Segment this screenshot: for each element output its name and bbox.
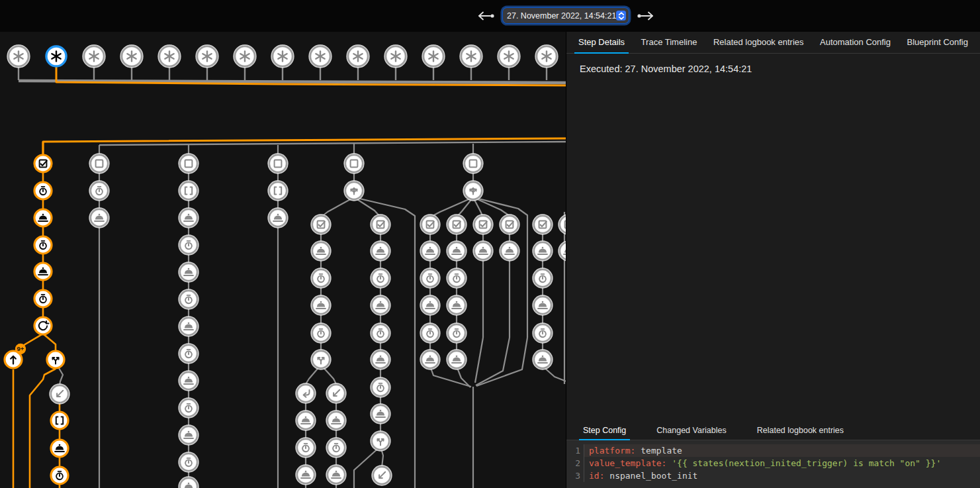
graph-node-service-bell[interactable]	[311, 241, 331, 261]
tab-trace-timeline[interactable]: Trace Timeline	[637, 32, 701, 54]
graph-node-service-bell[interactable]	[34, 263, 52, 280]
graph-node-asterisk[interactable]	[234, 45, 256, 68]
graph-node-asterisk[interactable]	[83, 45, 105, 68]
graph-node-checkbox-blank[interactable]	[89, 154, 109, 173]
graph-node-timer[interactable]	[51, 467, 68, 484]
graph-node-checkbox-marked[interactable]	[473, 215, 493, 234]
graph-node-timer[interactable]	[420, 323, 440, 343]
graph-node-service-bell[interactable]	[533, 295, 553, 315]
graph-node-service-bell[interactable]	[420, 241, 440, 261]
graph-node-checkbox-blank[interactable]	[344, 154, 364, 173]
tab-step-details[interactable]: Step Details	[574, 32, 629, 54]
graph-node-timer[interactable]	[326, 438, 346, 458]
graph-node-timer[interactable]	[179, 344, 199, 364]
graph-node-service-bell[interactable]	[533, 241, 553, 261]
graph-node-service-bell[interactable]	[326, 465, 346, 485]
tab-automation-config[interactable]: Automation Config	[816, 32, 895, 54]
graph-node-service-bell[interactable]	[311, 295, 331, 315]
graph-node-service-bell[interactable]	[296, 465, 316, 485]
graph-node-service-bell[interactable]	[558, 241, 566, 261]
graph-node-timer[interactable]	[533, 323, 553, 343]
graph-node-timer[interactable]	[34, 290, 52, 307]
graph-node-timer[interactable]	[296, 438, 316, 458]
graph-node-service-bell[interactable]	[420, 295, 440, 315]
graph-node-service-bell[interactable]	[371, 350, 390, 369]
graph-node-checkbox-blank[interactable]	[463, 154, 483, 173]
graph-node-checkbox-blank[interactable]	[179, 154, 199, 173]
graph-node-timer[interactable]	[311, 268, 331, 288]
graph-node-service-bell[interactable]	[326, 411, 346, 430]
graph-node-timer[interactable]	[34, 236, 52, 254]
tab-blueprint-config[interactable]: Blueprint Config	[903, 32, 972, 54]
graph-node-timer[interactable]	[420, 268, 440, 288]
graph-node-service-bell[interactable]	[51, 440, 68, 457]
graph-node-service-bell[interactable]	[179, 425, 199, 445]
graph-node-arrow-decision[interactable]	[344, 181, 364, 201]
graph-node-checkbox-marked[interactable]	[500, 215, 519, 234]
graph-node-timer[interactable]	[311, 323, 331, 343]
graph-node-service-bell[interactable]	[500, 241, 519, 261]
graph-node-asterisk[interactable]	[196, 45, 218, 68]
graph-node-arrow-bottom-left[interactable]	[50, 384, 69, 404]
graph-node-call-split[interactable]	[371, 431, 390, 451]
graph-node-service-bell[interactable]	[89, 208, 109, 228]
graph-node-service-bell[interactable]	[268, 208, 288, 228]
graph-node-timer[interactable]	[447, 323, 467, 343]
graph-node-service-bell[interactable]	[447, 350, 467, 369]
graph-node-asterisk[interactable]	[460, 45, 482, 68]
graph-node-timer[interactable]	[34, 182, 52, 199]
graph-node-service-bell[interactable]	[179, 208, 199, 228]
previous-run-icon[interactable]	[476, 11, 496, 21]
graph-node-asterisk[interactable]	[535, 45, 558, 68]
graph-node-timer[interactable]	[371, 268, 390, 288]
graph-node-service-bell[interactable]	[533, 350, 553, 369]
graph-node-checkbox-marked[interactable]	[34, 155, 52, 172]
graph-node-repeat[interactable]	[34, 317, 52, 334]
graph-node-timer[interactable]	[533, 268, 553, 288]
graph-node-brackets[interactable]	[179, 181, 199, 201]
graph-node-service-bell[interactable]	[371, 241, 390, 261]
graph-node-checkbox-blank[interactable]	[268, 154, 288, 173]
graph-node-asterisk[interactable]	[347, 45, 369, 68]
graph-node-asterisk[interactable]	[158, 45, 181, 68]
graph-node-checkbox-marked[interactable]	[533, 215, 553, 234]
graph-node-checkbox-marked[interactable]	[558, 215, 566, 234]
graph-node-checkbox-marked[interactable]	[420, 215, 440, 234]
graph-node-asterisk[interactable]	[309, 45, 332, 68]
graph-node-asterisk[interactable]	[422, 45, 445, 68]
next-run-icon[interactable]	[635, 11, 655, 21]
graph-node-service-bell[interactable]	[179, 371, 199, 391]
graph-node-service-bell[interactable]	[34, 209, 52, 226]
graph-node-timer[interactable]	[371, 377, 390, 397]
yaml-editor[interactable]: 123 platform: templatevalue_template: '{…	[566, 440, 980, 488]
graph-node-service-bell[interactable]	[473, 241, 493, 261]
graph-node-arrow-up[interactable]: 9+	[5, 344, 26, 368]
graph-node-call-split[interactable]	[311, 350, 331, 369]
graph-node-service-bell[interactable]	[371, 404, 390, 424]
graph-node-brackets[interactable]	[51, 412, 68, 429]
graph-node-brackets[interactable]	[268, 181, 288, 201]
graph-node-timer[interactable]	[179, 452, 199, 472]
graph-node-arrow-left-bottom[interactable]	[296, 383, 316, 403]
graph-node-service-bell[interactable]	[371, 295, 390, 315]
graph-node-service-bell[interactable]	[447, 295, 467, 315]
graph-node-timer[interactable]	[89, 181, 109, 201]
tab-related-logbook-entries[interactable]: Related logbook entries	[709, 32, 808, 54]
graph-node-service-bell[interactable]	[296, 411, 316, 430]
graph-node-timer[interactable]	[179, 289, 199, 309]
graph-node-asterisk[interactable]	[46, 46, 66, 66]
graph-node-service-bell[interactable]	[179, 262, 199, 282]
tab-step-config[interactable]: Step Config	[579, 422, 630, 440]
graph-node-service-bell[interactable]	[179, 317, 199, 336]
graph-node-asterisk[interactable]	[498, 45, 520, 68]
graph-node-arrow-bottom-left[interactable]	[372, 465, 392, 485]
graph-node-service-bell[interactable]	[420, 350, 440, 369]
run-select[interactable]: 27. November 2022, 14:54:21	[503, 8, 629, 23]
graph-node-arrow-decision[interactable]	[463, 181, 483, 201]
graph-node-checkbox-marked[interactable]	[371, 215, 390, 234]
graph-node-timer[interactable]	[447, 268, 467, 288]
graph-node-arrow-bottom-left[interactable]	[326, 383, 346, 403]
graph-node-asterisk[interactable]	[384, 45, 407, 68]
graph-node-timer[interactable]	[179, 398, 199, 418]
graph-node-service-bell[interactable]	[179, 477, 199, 488]
